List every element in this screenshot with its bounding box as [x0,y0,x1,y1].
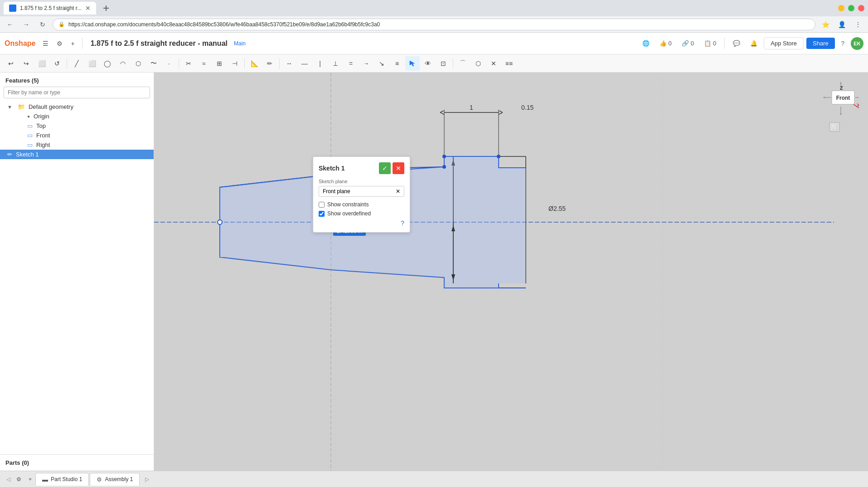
mirror-tool[interactable]: ⊣ [228,56,242,71]
tool-sep-5 [453,58,453,69]
more-constraints-tool[interactable]: ≡≡ [502,56,516,71]
tree-item-origin[interactable]: ● Origin [7,112,154,121]
fillet-tool[interactable]: ⌒ [456,56,470,71]
tree-item-front[interactable]: ▭ Front [7,131,154,140]
canvas-area[interactable]: 1 0.15 Ø2.55 [154,73,868,471]
circle-tool[interactable]: ◯ [100,56,115,71]
help-button[interactable]: ? [838,38,848,49]
convert-edge-tool[interactable]: ✏ [262,56,277,71]
tree-item-default-geometry[interactable]: ▼ 📁 Default geometry [0,102,154,112]
toolbar-config-icon[interactable]: ⚙ [54,38,65,49]
rotate-button[interactable]: ↺ [50,56,64,71]
view-cube-svg[interactable]: Front X Z ⬜ [823,82,859,136]
coincident-constraint[interactable]: ↘ [374,56,389,71]
perpendicular-constraint[interactable]: ⊥ [328,56,343,71]
app-logo[interactable]: Onshape [5,39,35,48]
extensions-button[interactable]: ⭐ [819,18,832,31]
offset-tool[interactable]: ≈ [197,56,211,71]
part-studio-tab[interactable]: ▬ Part Studio 1 [35,473,89,486]
scroll-right-button[interactable]: ▷ [142,475,151,484]
back-button[interactable]: ← [4,18,16,31]
help-icon: ? [841,40,844,47]
tree-item-right[interactable]: ▭ Right [7,140,154,150]
add-workspace-button[interactable]: ⚙ [13,474,25,484]
point-tool[interactable]: · [162,56,176,71]
versions-button[interactable]: 📋 0 [700,38,720,49]
sketch-plane-label: Sketch plane [319,179,404,184]
tree-item-top[interactable]: ▭ Top [7,121,154,131]
tab-close-icon[interactable]: ✕ [85,5,91,12]
tangent-constraint[interactable]: → [359,56,373,71]
show-overdefined-checkbox[interactable] [319,211,325,217]
svg-rect-1 [103,8,109,9]
likes-button[interactable]: 👍 0 [656,38,675,49]
share-button[interactable]: Share [806,38,835,49]
maximize-button[interactable] [848,5,854,11]
undo-button[interactable]: ↩ [4,56,18,71]
toolbar-add-icon[interactable]: + [68,38,77,49]
parallel-constraint[interactable]: = [344,56,358,71]
browser-tab[interactable]: 1.875 f to 2.5 f straight r... ✕ [4,2,96,15]
line-tool[interactable]: ╱ [69,56,84,71]
construction-tool[interactable]: 📐 [247,56,262,71]
3d-fit-tool[interactable]: ⊡ [436,56,451,71]
sketch-toolbar: ↩ ↪ ⬜ ↺ ╱ ⬜ ◯ ◠ ⬡ 〜 · ✂ ≈ ⊞ ⊣ 📐 ✏ ↔ — | … [0,54,868,73]
sketch-dialog-buttons: ✓ ✕ [379,162,404,174]
select-tool[interactable] [405,56,420,71]
arc-tool[interactable]: ◠ [116,56,130,71]
tab-title: 1.875 f to 2.5 f straight r... [20,5,82,11]
thumbsup-icon: 👍 [659,40,667,47]
sketch-plane-select[interactable]: Front plane ✕ [319,186,404,197]
tree-item-sketch1[interactable]: ✏ Sketch 1 [0,150,154,159]
show-constraints-checkbox[interactable] [319,202,325,208]
forward-button[interactable]: → [20,18,33,31]
polygon-tool[interactable]: ⬡ [131,56,145,71]
close-button[interactable] [858,5,864,11]
notification-button[interactable]: 🔔 [747,38,761,49]
expand-icon: ▼ [7,104,12,110]
links-button[interactable]: 🔗 0 [678,38,698,49]
hamburger-menu[interactable]: ☰ [40,38,51,49]
spline-tool[interactable]: 〜 [146,56,161,71]
svg-text:Front: Front [836,95,850,101]
minimize-button[interactable] [838,5,844,11]
address-input[interactable]: 🔒 https://cad.onshape.com/documents/b40c… [53,19,815,30]
tool-sep-1 [67,58,67,69]
rectangle-tool[interactable]: ⬜ [85,56,99,71]
part-studio-label: Part Studio 1 [51,476,82,482]
account-button[interactable]: 👤 [835,18,848,31]
menu-button[interactable]: ⋮ [852,18,864,31]
horizontal-constraint[interactable]: — [297,56,312,71]
new-tab-plus-button[interactable]: + [25,474,35,484]
svg-point-30 [442,165,446,169]
branch-label[interactable]: Main [234,40,246,47]
comment-button[interactable]: 💬 [729,38,744,49]
pattern-tool[interactable]: ⊞ [212,56,227,71]
svg-text:⬜: ⬜ [832,124,838,130]
hide-tool[interactable]: 👁 [421,56,435,71]
refresh-button[interactable]: ↻ [36,18,49,31]
redo-button[interactable]: ↪ [19,56,34,71]
tree-group-default: ● Origin ▭ Top ▭ Front ▭ Right [0,112,154,150]
tool-sep-2 [179,58,179,69]
equal-constraint[interactable]: ≡ [390,56,404,71]
global-icon-btn[interactable]: 🌐 [639,38,653,49]
sketch-ok-button[interactable]: ✓ [379,162,391,174]
left-panel: Features (5) ▼ 📁 Default geometry ● Orig… [0,73,154,471]
assembly-tab[interactable]: ⚙ Assembly 1 [90,473,140,486]
app-store-button[interactable]: App Store [764,37,804,49]
new-tab-button[interactable] [100,2,112,15]
trim-tool[interactable]: ✂ [181,56,196,71]
split-tool[interactable]: ✕ [486,56,501,71]
plane-close-icon[interactable]: ✕ [396,188,400,195]
sketch-cancel-button[interactable]: ✕ [393,162,404,174]
close-shape-tool[interactable]: ⬡ [471,56,485,71]
user-avatar[interactable]: EK [851,37,863,50]
dimension-tool[interactable]: ↔ [282,56,296,71]
scroll-left-button[interactable]: ◁ [4,475,13,484]
sketch-help-button[interactable]: ? [319,219,404,227]
parts-panel: Parts (0) [0,454,154,471]
copy-button[interactable]: ⬜ [34,56,49,71]
vertical-constraint[interactable]: | [313,56,327,71]
filter-input[interactable] [4,87,150,98]
